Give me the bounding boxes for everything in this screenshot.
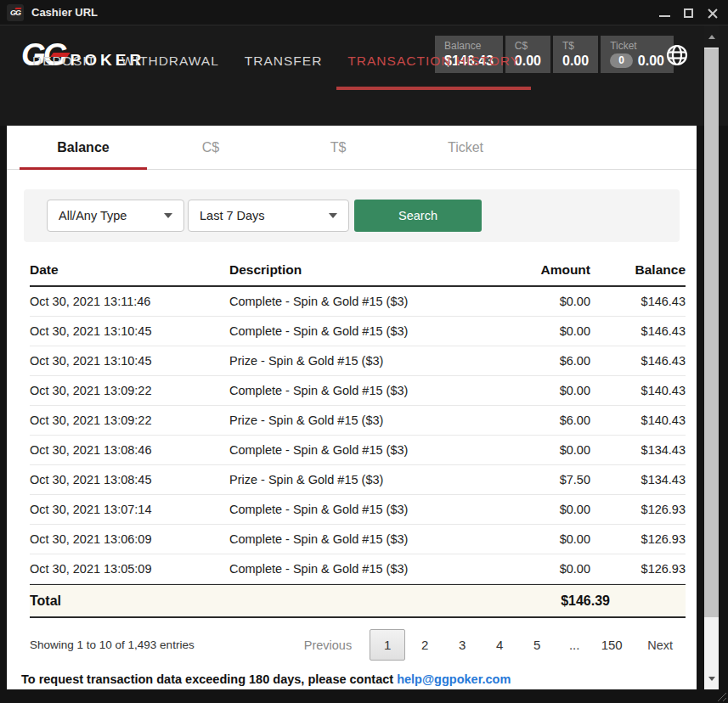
wallet-cdollar-label: C$	[515, 40, 541, 53]
period-select-value: Last 7 Days	[200, 209, 265, 222]
total-row: Total $146.39	[30, 584, 686, 618]
total-value: $146.39	[561, 593, 610, 609]
chevron-down-icon	[329, 213, 337, 218]
wallet-ticket[interactable]: Ticket 0 0.00	[601, 36, 674, 73]
nav-transfer[interactable]: TRANSFER	[245, 53, 323, 90]
col-date: Date	[30, 262, 229, 278]
table-row: Oct 30, 2021 13:05:09Complete - Spin & G…	[30, 554, 686, 584]
language-globe-icon[interactable]	[666, 44, 688, 70]
wallet-tdollar-label: T$	[562, 40, 589, 53]
col-balance: Balance	[590, 262, 686, 278]
gg-app-icon: GG	[7, 4, 24, 21]
col-amount: Amount	[488, 262, 590, 278]
window-title: Cashier URL	[31, 6, 98, 19]
help-email-link[interactable]: help@ggpoker.com	[397, 672, 511, 686]
content-panel: Balance C$ T$ Ticket All/Any Type Last 7…	[7, 126, 697, 689]
nav-deposit[interactable]: DEPOSIT	[32, 53, 96, 90]
scroll-down-icon[interactable]	[704, 667, 719, 689]
total-label: Total	[30, 593, 61, 609]
tab-tdollar[interactable]: T$	[274, 126, 402, 170]
main-nav: DEPOSIT WITHDRAWAL TRANSFER TRANSACTION …	[32, 53, 520, 90]
wallet-balance-label: Balance	[444, 40, 494, 53]
table-row: Oct 30, 2021 13:10:45Prize - Spin & Gold…	[30, 346, 686, 376]
wallet-ticket-label: Ticket	[610, 40, 664, 53]
page-1-button[interactable]: 1	[370, 629, 405, 661]
table-row: Oct 30, 2021 13:09:22Complete - Spin & G…	[30, 376, 686, 406]
wallet-tdollar-value: 0.00	[562, 53, 589, 69]
header: GG POKER Balance $146.43 C$ 0.00 T$ 0.00…	[0, 25, 728, 126]
nav-withdrawal[interactable]: WITHDRAWAL	[121, 53, 219, 90]
table-row: Oct 30, 2021 13:11:46Complete - Spin & G…	[30, 287, 686, 317]
next-button[interactable]: Next	[647, 638, 673, 652]
tab-ticket[interactable]: Ticket	[402, 126, 529, 170]
contact-note: To request transaction data exceeding 18…	[21, 672, 697, 686]
wallet-ticket-value: 0.00	[638, 53, 664, 69]
table-row: Oct 30, 2021 13:10:45Complete - Spin & G…	[30, 317, 686, 346]
tab-balance[interactable]: Balance	[20, 126, 147, 170]
transaction-table: Date Description Amount Balance Oct 30, …	[30, 242, 686, 618]
nav-transaction-history[interactable]: TRANSACTION HISTORY	[336, 53, 531, 90]
ticket-count-badge: 0	[610, 53, 633, 68]
currency-tabs: Balance C$ T$ Ticket	[7, 126, 697, 170]
tab-cdollar[interactable]: C$	[147, 126, 274, 170]
previous-button[interactable]: Previous	[304, 638, 352, 652]
table-row: Oct 30, 2021 13:08:46Complete - Spin & G…	[30, 436, 686, 465]
page-4-button[interactable]: 4	[482, 630, 517, 660]
page-2-button[interactable]: 2	[407, 630, 443, 660]
contact-note-text: To request transaction data exceeding 18…	[21, 672, 397, 686]
page-3-button[interactable]: 3	[444, 630, 480, 660]
table-row: Oct 30, 2021 13:06:09Complete - Spin & G…	[30, 525, 686, 554]
vertical-scrollbar[interactable]	[704, 25, 719, 689]
table-row: Oct 30, 2021 13:08:45Prize - Spin & Gold…	[30, 465, 686, 495]
col-description: Description	[229, 262, 488, 278]
period-select[interactable]: Last 7 Days	[188, 200, 349, 232]
title-bar: GG Cashier URL	[0, 0, 728, 25]
type-select[interactable]: All/Any Type	[47, 200, 184, 232]
close-icon[interactable]	[707, 8, 718, 19]
entries-summary: Showing 1 to 10 of 1,493 entries	[30, 638, 304, 651]
chevron-down-icon	[164, 213, 172, 218]
page-ellipsis: ...	[556, 630, 592, 660]
minimize-icon[interactable]	[659, 15, 670, 17]
table-row: Oct 30, 2021 13:09:22Prize - Spin & Gold…	[30, 406, 686, 436]
cashier-window: GG Cashier URL GG POKER Balance $146.43 …	[0, 0, 728, 703]
resize-grip[interactable]	[715, 690, 726, 701]
search-button[interactable]: Search	[354, 200, 482, 232]
maximize-icon[interactable]	[684, 8, 693, 18]
pagination: Showing 1 to 10 of 1,493 entries Previou…	[30, 629, 673, 661]
scroll-up-icon[interactable]	[704, 25, 719, 48]
type-select-value: All/Any Type	[59, 209, 127, 222]
table-header: Date Description Amount Balance	[30, 242, 686, 287]
page-150-button[interactable]: 150	[594, 630, 629, 660]
table-row: Oct 30, 2021 13:07:14Complete - Spin & G…	[30, 495, 686, 525]
page-5-button[interactable]: 5	[519, 630, 555, 660]
filter-bar: All/Any Type Last 7 Days Search	[24, 189, 680, 242]
scrollbar-thumb[interactable]	[704, 48, 719, 617]
wallet-tdollar[interactable]: T$ 0.00	[553, 36, 598, 73]
